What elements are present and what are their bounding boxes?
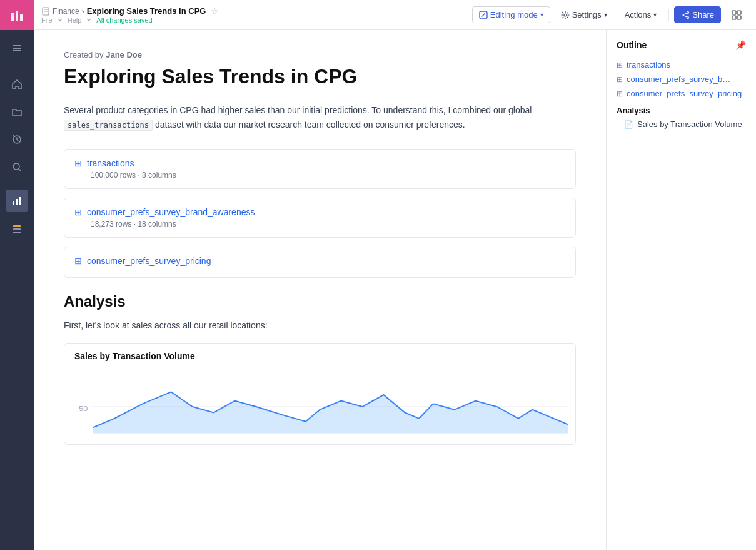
svg-rect-0 xyxy=(11,13,14,21)
actions-chevron: ▾ xyxy=(653,11,657,18)
chart-card: Sales by Transaction Volume 50 xyxy=(64,343,576,445)
left-sidebar xyxy=(0,0,34,550)
page-heading: Exploring Sales Trends in CPG xyxy=(64,64,576,88)
topbar: Finance › Exploring Sales Trends in CPG … xyxy=(34,0,756,30)
sales-chart: 50 xyxy=(72,374,568,439)
dataset-card-header-brand: ⊞ consumer_prefs_survey_brand_awareness xyxy=(74,207,565,217)
dataset-name-pricing: consumer_prefs_survey_pricing xyxy=(87,256,211,266)
history-icon[interactable] xyxy=(6,128,28,151)
dataset-card-brand[interactable]: ⊞ consumer_prefs_survey_brand_awareness … xyxy=(64,198,576,238)
table-icon-pricing: ⊞ xyxy=(74,256,82,266)
dataset-meta-brand: 18,273 rows · 18 columns xyxy=(91,220,565,228)
notebook-icon xyxy=(41,7,50,16)
analysis-intro: First, let's look at sales across all ou… xyxy=(64,320,576,330)
settings-icon xyxy=(561,11,570,19)
outline-item-brand[interactable]: ⊞ consumer_prefs_survey_brand_... xyxy=(617,72,746,86)
help-chevron-icon xyxy=(86,18,91,23)
svg-rect-8 xyxy=(13,201,14,205)
dataset-name-transactions: transactions xyxy=(87,158,134,168)
chart-title: Sales by Transaction Volume xyxy=(64,344,575,369)
svg-rect-1 xyxy=(16,11,18,21)
edit-icon xyxy=(479,11,488,19)
topbar-left: Finance › Exploring Sales Trends in CPG … xyxy=(41,6,472,24)
svg-rect-3 xyxy=(13,45,21,46)
chart-bar-icon[interactable] xyxy=(6,190,28,212)
svg-point-18 xyxy=(564,14,567,16)
home-icon[interactable] xyxy=(6,73,28,96)
actions-button[interactable]: Actions ▾ xyxy=(618,6,664,23)
svg-point-20 xyxy=(687,11,689,13)
menu-icon[interactable] xyxy=(6,37,28,59)
outline-table-icon-brand: ⊞ xyxy=(617,75,623,84)
svg-line-23 xyxy=(684,15,687,17)
table-icon-transactions: ⊞ xyxy=(74,158,82,168)
app-logo[interactable] xyxy=(0,0,34,30)
svg-rect-9 xyxy=(16,199,18,205)
help-menu[interactable]: Help xyxy=(68,16,82,24)
dataset-card-header: ⊞ transactions xyxy=(74,158,565,168)
outline-table-icon-transactions: ⊞ xyxy=(617,61,623,69)
outline-table-icon-pricing: ⊞ xyxy=(617,89,623,98)
svg-rect-27 xyxy=(737,16,741,19)
dataset-card-header-pricing: ⊞ consumer_prefs_survey_pricing xyxy=(74,256,565,266)
topbar-right: Editing mode ▾ Settings ▾ Actions ▾ Shar… xyxy=(472,6,748,24)
dataset-card-pricing[interactable]: ⊞ consumer_prefs_survey_pricing xyxy=(64,247,576,278)
outline-panel: Outline 📌 ⊞ transactions ⊞ consumer_pref… xyxy=(606,30,756,550)
grid-view-button[interactable] xyxy=(725,6,748,24)
svg-text:50: 50 xyxy=(79,405,88,412)
svg-rect-10 xyxy=(19,197,21,205)
topbar-sub: File Help All changes saved xyxy=(41,16,472,24)
layers-icon[interactable] xyxy=(6,217,28,240)
dataset-meta-transactions: 100,000 rows · 8 columns xyxy=(91,171,565,180)
svg-point-19 xyxy=(682,14,684,16)
outline-title: Outline xyxy=(617,40,647,50)
file-chevron-icon xyxy=(58,18,63,23)
share-button[interactable]: Share xyxy=(674,6,721,23)
chart-area: 50 xyxy=(64,369,575,444)
svg-rect-13 xyxy=(13,232,21,233)
svg-point-21 xyxy=(687,16,689,18)
settings-button[interactable]: Settings ▾ xyxy=(554,6,614,23)
file-menu[interactable]: File xyxy=(41,16,53,24)
inline-code: sales_transactions xyxy=(64,120,153,131)
share-icon xyxy=(681,11,690,19)
outline-item-transactions[interactable]: ⊞ transactions xyxy=(617,58,746,72)
breadcrumb-parent[interactable]: Finance xyxy=(53,7,79,16)
svg-rect-5 xyxy=(13,50,21,51)
saved-status: All changes saved xyxy=(96,16,152,24)
svg-rect-12 xyxy=(13,228,21,230)
editing-mode-chevron: ▾ xyxy=(540,11,543,18)
intro-paragraph: Several product categories in CPG had hi… xyxy=(64,103,576,131)
main-content: Created by Jane Doe Exploring Sales Tren… xyxy=(34,30,606,550)
main-area: Finance › Exploring Sales Trends in CPG … xyxy=(34,0,756,550)
svg-rect-11 xyxy=(13,225,21,227)
pin-icon[interactable]: 📌 xyxy=(735,40,746,50)
outline-header: Outline 📌 xyxy=(617,40,746,50)
settings-chevron: ▾ xyxy=(604,11,607,18)
outline-section-analysis: Analysis xyxy=(617,106,746,115)
outline-chart-icon: 📄 xyxy=(624,120,633,129)
svg-rect-2 xyxy=(20,14,23,21)
topbar-divider xyxy=(668,9,669,21)
svg-rect-24 xyxy=(732,11,736,14)
folder-icon[interactable] xyxy=(6,101,28,123)
content-area: Created by Jane Doe Exploring Sales Tren… xyxy=(34,30,756,550)
grid-icon xyxy=(732,10,742,20)
breadcrumb: Finance › Exploring Sales Trends in CPG … xyxy=(41,6,472,16)
svg-rect-4 xyxy=(13,48,21,49)
breadcrumb-separator: › xyxy=(82,7,84,16)
dataset-name-brand: consumer_prefs_survey_brand_awareness xyxy=(87,207,255,217)
editing-mode-button[interactable]: Editing mode ▾ xyxy=(472,6,550,23)
svg-line-22 xyxy=(684,13,687,14)
svg-rect-26 xyxy=(732,16,736,19)
analysis-heading: Analysis xyxy=(64,293,576,310)
outline-sub-item-chart[interactable]: 📄 Sales by Transaction Volume xyxy=(617,118,746,131)
star-icon[interactable]: ☆ xyxy=(211,6,219,16)
table-icon-brand: ⊞ xyxy=(74,207,82,217)
dataset-card-transactions[interactable]: ⊞ transactions 100,000 rows · 8 columns xyxy=(64,149,576,189)
svg-rect-25 xyxy=(737,11,741,14)
search-icon[interactable] xyxy=(6,156,28,178)
breadcrumb-current: Exploring Sales Trends in CPG xyxy=(87,6,206,16)
outline-item-pricing[interactable]: ⊞ consumer_prefs_survey_pricing xyxy=(617,86,746,101)
created-by: Created by Jane Doe xyxy=(64,50,576,59)
